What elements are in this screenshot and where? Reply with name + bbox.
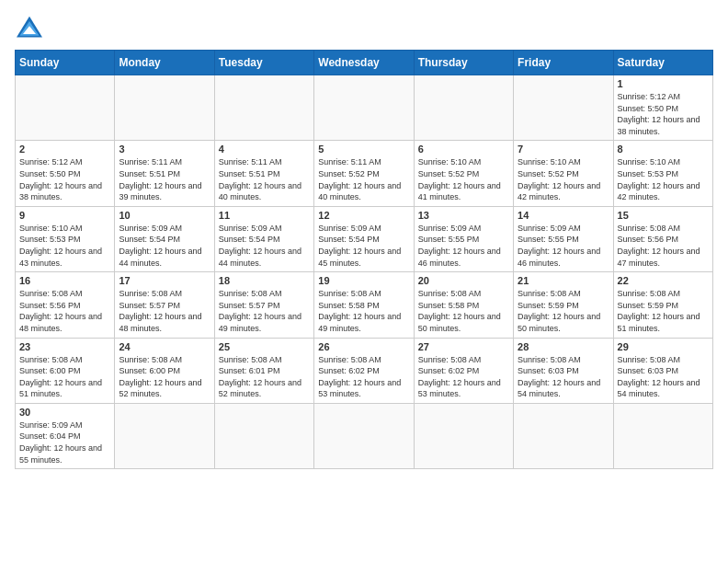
day-cell xyxy=(414,75,513,141)
day-info: Sunrise: 5:09 AM Sunset: 5:54 PM Dayligh… xyxy=(219,223,310,269)
weekday-header-row: SundayMondayTuesdayWednesdayThursdayFrid… xyxy=(16,51,713,75)
day-number: 17 xyxy=(119,275,210,286)
day-cell xyxy=(414,403,513,468)
day-cell xyxy=(115,75,214,141)
day-cell: 7Sunrise: 5:10 AM Sunset: 5:52 PM Daylig… xyxy=(514,141,613,206)
weekday-header-monday: Monday xyxy=(115,51,214,75)
weekday-header-sunday: Sunday xyxy=(16,51,115,75)
day-info: Sunrise: 5:12 AM Sunset: 5:50 PM Dayligh… xyxy=(19,156,110,202)
day-info: Sunrise: 5:08 AM Sunset: 5:57 PM Dayligh… xyxy=(219,288,310,334)
page-header xyxy=(15,15,713,40)
day-info: Sunrise: 5:08 AM Sunset: 5:58 PM Dayligh… xyxy=(418,288,509,334)
day-cell: 12Sunrise: 5:09 AM Sunset: 5:54 PM Dayli… xyxy=(314,206,414,271)
day-number: 22 xyxy=(618,275,709,286)
day-info: Sunrise: 5:09 AM Sunset: 6:04 PM Dayligh… xyxy=(19,419,110,465)
day-cell: 25Sunrise: 5:08 AM Sunset: 6:01 PM Dayli… xyxy=(214,338,313,403)
day-cell: 9Sunrise: 5:10 AM Sunset: 5:53 PM Daylig… xyxy=(16,206,115,271)
day-cell xyxy=(214,403,313,468)
logo xyxy=(15,15,48,40)
day-info: Sunrise: 5:11 AM Sunset: 5:51 PM Dayligh… xyxy=(119,156,210,202)
day-info: Sunrise: 5:08 AM Sunset: 6:03 PM Dayligh… xyxy=(518,354,609,400)
day-cell: 16Sunrise: 5:08 AM Sunset: 5:56 PM Dayli… xyxy=(16,272,115,338)
day-number: 30 xyxy=(19,407,110,418)
day-info: Sunrise: 5:11 AM Sunset: 5:52 PM Dayligh… xyxy=(318,156,409,202)
day-cell: 6Sunrise: 5:10 AM Sunset: 5:52 PM Daylig… xyxy=(414,141,513,206)
day-info: Sunrise: 5:08 AM Sunset: 5:57 PM Dayligh… xyxy=(119,288,210,334)
day-number: 10 xyxy=(119,210,210,221)
day-number: 15 xyxy=(618,210,709,221)
day-cell: 2Sunrise: 5:12 AM Sunset: 5:50 PM Daylig… xyxy=(16,141,115,206)
day-info: Sunrise: 5:08 AM Sunset: 6:02 PM Dayligh… xyxy=(418,354,509,400)
day-cell xyxy=(314,403,414,468)
day-info: Sunrise: 5:10 AM Sunset: 5:52 PM Dayligh… xyxy=(518,156,609,202)
day-number: 5 xyxy=(318,144,409,155)
day-info: Sunrise: 5:09 AM Sunset: 5:55 PM Dayligh… xyxy=(418,223,509,269)
day-cell: 1Sunrise: 5:12 AM Sunset: 5:50 PM Daylig… xyxy=(613,75,712,141)
day-info: Sunrise: 5:08 AM Sunset: 5:58 PM Dayligh… xyxy=(318,288,409,334)
day-info: Sunrise: 5:09 AM Sunset: 5:55 PM Dayligh… xyxy=(518,223,609,269)
day-cell: 20Sunrise: 5:08 AM Sunset: 5:58 PM Dayli… xyxy=(414,272,513,338)
day-info: Sunrise: 5:12 AM Sunset: 5:50 PM Dayligh… xyxy=(618,91,709,137)
day-cell xyxy=(115,403,214,468)
day-info: Sunrise: 5:08 AM Sunset: 6:00 PM Dayligh… xyxy=(19,354,110,400)
week-row-6: 30Sunrise: 5:09 AM Sunset: 6:04 PM Dayli… xyxy=(16,403,713,468)
day-number: 25 xyxy=(219,341,310,352)
day-cell xyxy=(16,75,115,141)
day-number: 23 xyxy=(19,341,110,352)
day-info: Sunrise: 5:08 AM Sunset: 5:59 PM Dayligh… xyxy=(518,288,609,334)
day-number: 26 xyxy=(318,341,409,352)
day-cell: 29Sunrise: 5:08 AM Sunset: 6:03 PM Dayli… xyxy=(613,338,712,403)
day-number: 24 xyxy=(119,341,210,352)
day-cell: 23Sunrise: 5:08 AM Sunset: 6:00 PM Dayli… xyxy=(16,338,115,403)
day-number: 7 xyxy=(518,144,609,155)
day-info: Sunrise: 5:09 AM Sunset: 5:54 PM Dayligh… xyxy=(119,223,210,269)
day-number: 14 xyxy=(518,210,609,221)
week-row-2: 2Sunrise: 5:12 AM Sunset: 5:50 PM Daylig… xyxy=(16,141,713,206)
day-number: 11 xyxy=(219,210,310,221)
day-cell xyxy=(514,403,613,468)
day-info: Sunrise: 5:08 AM Sunset: 6:02 PM Dayligh… xyxy=(318,354,409,400)
day-cell: 26Sunrise: 5:08 AM Sunset: 6:02 PM Dayli… xyxy=(314,338,414,403)
day-number: 16 xyxy=(19,275,110,286)
day-number: 21 xyxy=(518,275,609,286)
day-cell: 15Sunrise: 5:08 AM Sunset: 5:56 PM Dayli… xyxy=(613,206,712,271)
day-cell: 27Sunrise: 5:08 AM Sunset: 6:02 PM Dayli… xyxy=(414,338,513,403)
day-cell: 30Sunrise: 5:09 AM Sunset: 6:04 PM Dayli… xyxy=(16,403,115,468)
weekday-header-wednesday: Wednesday xyxy=(314,51,414,75)
day-cell: 10Sunrise: 5:09 AM Sunset: 5:54 PM Dayli… xyxy=(115,206,214,271)
calendar-table: SundayMondayTuesdayWednesdayThursdayFrid… xyxy=(15,50,713,469)
weekday-header-thursday: Thursday xyxy=(414,51,513,75)
day-number: 3 xyxy=(119,144,210,155)
day-cell: 22Sunrise: 5:08 AM Sunset: 5:59 PM Dayli… xyxy=(613,272,712,338)
day-cell: 24Sunrise: 5:08 AM Sunset: 6:00 PM Dayli… xyxy=(115,338,214,403)
logo-icon xyxy=(15,15,44,40)
day-info: Sunrise: 5:10 AM Sunset: 5:53 PM Dayligh… xyxy=(19,223,110,269)
week-row-1: 1Sunrise: 5:12 AM Sunset: 5:50 PM Daylig… xyxy=(16,75,713,141)
day-info: Sunrise: 5:08 AM Sunset: 6:00 PM Dayligh… xyxy=(119,354,210,400)
week-row-4: 16Sunrise: 5:08 AM Sunset: 5:56 PM Dayli… xyxy=(16,272,713,338)
weekday-header-tuesday: Tuesday xyxy=(214,51,313,75)
day-number: 29 xyxy=(618,341,709,352)
weekday-header-saturday: Saturday xyxy=(613,51,712,75)
day-number: 12 xyxy=(318,210,409,221)
day-info: Sunrise: 5:10 AM Sunset: 5:52 PM Dayligh… xyxy=(418,156,509,202)
day-info: Sunrise: 5:08 AM Sunset: 6:03 PM Dayligh… xyxy=(618,354,709,400)
day-cell: 18Sunrise: 5:08 AM Sunset: 5:57 PM Dayli… xyxy=(214,272,313,338)
day-cell xyxy=(514,75,613,141)
day-cell: 11Sunrise: 5:09 AM Sunset: 5:54 PM Dayli… xyxy=(214,206,313,271)
day-info: Sunrise: 5:11 AM Sunset: 5:51 PM Dayligh… xyxy=(219,156,310,202)
day-number: 1 xyxy=(618,78,709,89)
day-number: 6 xyxy=(418,144,509,155)
day-info: Sunrise: 5:08 AM Sunset: 5:59 PM Dayligh… xyxy=(618,288,709,334)
day-cell: 8Sunrise: 5:10 AM Sunset: 5:53 PM Daylig… xyxy=(613,141,712,206)
day-cell: 21Sunrise: 5:08 AM Sunset: 5:59 PM Dayli… xyxy=(514,272,613,338)
day-cell: 3Sunrise: 5:11 AM Sunset: 5:51 PM Daylig… xyxy=(115,141,214,206)
day-number: 8 xyxy=(618,144,709,155)
day-cell: 17Sunrise: 5:08 AM Sunset: 5:57 PM Dayli… xyxy=(115,272,214,338)
day-cell xyxy=(314,75,414,141)
day-cell: 19Sunrise: 5:08 AM Sunset: 5:58 PM Dayli… xyxy=(314,272,414,338)
day-cell: 4Sunrise: 5:11 AM Sunset: 5:51 PM Daylig… xyxy=(214,141,313,206)
day-number: 20 xyxy=(418,275,509,286)
day-cell xyxy=(613,403,712,468)
day-info: Sunrise: 5:10 AM Sunset: 5:53 PM Dayligh… xyxy=(618,156,709,202)
